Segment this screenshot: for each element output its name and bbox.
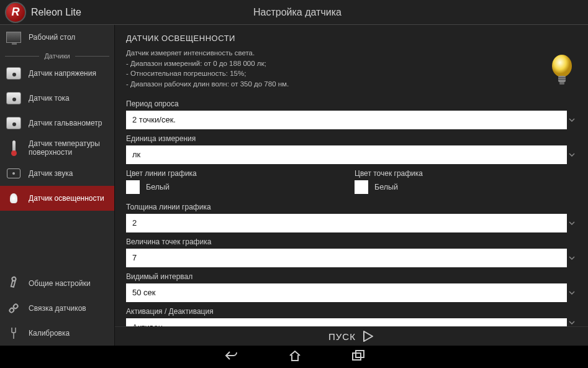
gauge-icon xyxy=(5,114,22,132)
sidebar-item-label: Датчик напряжения xyxy=(29,69,96,78)
line-width-value: 2 xyxy=(126,214,567,232)
sidebar-item-label: Датчик освещенности xyxy=(29,194,104,203)
main-panel: ДАТЧИК ОСВЕЩЕННОСТИ Датчик измеряет инте… xyxy=(115,25,588,346)
chevron-down-icon xyxy=(567,318,577,327)
sensor-description: Датчик измеряет интенсивность света. - Д… xyxy=(126,48,577,90)
line-width-label: Толщина линии графика xyxy=(126,203,577,211)
play-icon xyxy=(361,329,374,343)
section-title: ДАТЧИК ОСВЕЩЕННОСТИ xyxy=(126,34,577,43)
svg-point-3 xyxy=(552,55,572,77)
sidebar-item-label: Датчик гальванометр xyxy=(29,119,102,127)
home-icon[interactable] xyxy=(288,349,302,364)
start-button-label: ПУСК xyxy=(328,331,356,342)
interval-label: Видимый интервал xyxy=(126,272,577,281)
sidebar-item-calibration[interactable]: Калибровка xyxy=(0,321,114,346)
svg-rect-8 xyxy=(353,353,361,360)
sidebar-item-voltage[interactable]: Датчик напряжения xyxy=(0,61,114,86)
point-color-label: Цвет точек графика xyxy=(355,169,577,178)
sidebar-item-desktop[interactable]: Рабочий стол xyxy=(0,25,114,50)
sidebar-item-label: Рабочий стол xyxy=(29,33,75,42)
wrench-icon xyxy=(2,272,25,295)
sidebar-item-light[interactable]: Датчик освещенности xyxy=(0,186,114,211)
color-swatch xyxy=(355,180,368,194)
sidebar-item-galvanometer[interactable]: Датчик гальванометр xyxy=(0,111,114,136)
svg-rect-5 xyxy=(558,77,566,78)
sidebar-item-current[interactable]: Датчик тока xyxy=(0,86,114,111)
sidebar: Рабочий стол Датчики Датчик напряжения Д… xyxy=(0,25,115,346)
line-color-value: Белый xyxy=(146,183,170,191)
app-title: Releon Lite xyxy=(31,7,81,18)
link-icon xyxy=(1,296,26,321)
gauge-icon xyxy=(5,90,22,107)
chevron-down-icon xyxy=(567,214,577,232)
sidebar-item-label: Датчик звука xyxy=(29,169,73,178)
point-size-select[interactable]: 7 xyxy=(126,249,577,267)
unit-value: лк xyxy=(126,145,567,164)
svg-rect-9 xyxy=(356,351,364,357)
point-color-value: Белый xyxy=(374,183,398,191)
activation-select[interactable]: Активен xyxy=(126,318,577,327)
svg-rect-7 xyxy=(559,82,564,85)
sidebar-item-temperature[interactable]: Датчик температуры поверхности xyxy=(0,136,114,161)
microphone-icon xyxy=(5,165,22,182)
chevron-down-icon xyxy=(567,111,577,129)
interval-select[interactable]: 50 сек xyxy=(126,283,577,302)
desc-line: - Диапазон рабочих длин волн: от 350 до … xyxy=(126,79,577,90)
back-icon[interactable] xyxy=(224,349,238,364)
lightbulb-large-icon xyxy=(547,52,577,90)
thermometer-icon xyxy=(5,139,22,157)
desc-line: - Диапазон измерений: от 0 до 188 000 лк… xyxy=(126,58,577,69)
point-size-label: Величина точек графика xyxy=(126,237,577,246)
sidebar-item-label: Связка датчиков xyxy=(29,304,86,313)
chevron-down-icon xyxy=(567,283,577,302)
sidebar-item-label: Общие настройки xyxy=(29,279,91,288)
sidebar-item-label: Датчик тока xyxy=(29,94,70,103)
poll-period-select[interactable]: 2 точки/сек. xyxy=(126,111,577,129)
desc-line: - Относительная погрешность: 15%; xyxy=(126,68,577,79)
unit-select[interactable]: лк xyxy=(126,145,577,164)
chevron-down-icon xyxy=(567,145,577,164)
gauge-icon xyxy=(5,65,22,82)
lightbulb-icon xyxy=(5,190,22,207)
monitor-icon xyxy=(5,29,22,46)
line-color-label: Цвет линии графика xyxy=(126,169,348,178)
system-navbar xyxy=(0,346,588,368)
sidebar-item-link-sensors[interactable]: Связка датчиков xyxy=(0,296,114,321)
sidebar-item-settings[interactable]: Общие настройки xyxy=(0,271,114,296)
interval-value: 50 сек xyxy=(126,283,567,302)
point-color-picker[interactable]: Белый xyxy=(355,180,577,194)
unit-label: Единица измерения xyxy=(126,134,577,143)
poll-period-value: 2 точки/сек. xyxy=(126,111,567,129)
poll-period-label: Период опроса xyxy=(126,99,577,108)
chevron-down-icon xyxy=(567,249,577,267)
start-bar: ПУСК xyxy=(115,326,588,346)
svg-rect-6 xyxy=(558,79,566,80)
app-header: R Releon Lite Настройка датчика xyxy=(0,0,588,25)
sidebar-item-sound[interactable]: Датчик звука xyxy=(0,161,114,186)
tuning-fork-icon xyxy=(5,324,22,342)
recent-apps-icon[interactable] xyxy=(351,350,365,364)
sidebar-item-label: Датчик температуры поверхности xyxy=(29,139,109,157)
sidebar-item-label: Калибровка xyxy=(29,329,70,338)
point-size-value: 7 xyxy=(126,249,567,267)
color-swatch xyxy=(126,180,140,194)
page-title: Настройка датчика xyxy=(81,7,513,18)
activation-label: Активация / Деактивация xyxy=(126,307,577,316)
line-width-select[interactable]: 2 xyxy=(126,214,577,232)
desc-line: Датчик измеряет интенсивность света. xyxy=(126,48,577,58)
start-button[interactable]: ПУСК xyxy=(328,329,374,343)
sidebar-group-label: Датчики xyxy=(0,52,114,60)
activation-value: Активен xyxy=(126,318,567,327)
line-color-picker[interactable]: Белый xyxy=(126,180,348,194)
app-logo: R xyxy=(5,2,26,23)
